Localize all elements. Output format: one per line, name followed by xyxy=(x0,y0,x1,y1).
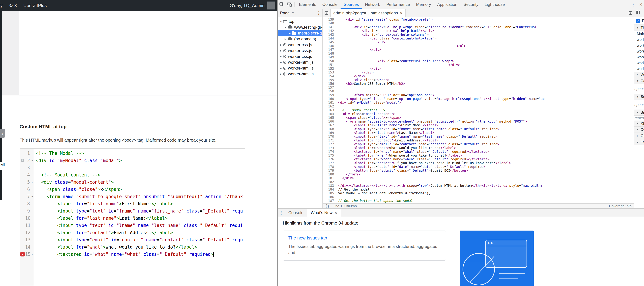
code-line[interactable]: 7▾ <form name="submit-to-google-sheet" o… xyxy=(20,193,245,200)
source-line[interactable]: 143 <div id="contextual-help-columns"> xyxy=(323,33,634,36)
line-number[interactable]: 180 xyxy=(323,172,336,176)
line-number[interactable]: 186 xyxy=(323,195,336,199)
code-line[interactable]: 9 <input type="text" id="fname" name="fi… xyxy=(20,207,245,215)
expander-icon[interactable]: ▾ xyxy=(636,79,640,83)
expander-icon[interactable]: ▸ xyxy=(279,72,283,76)
file-tree-item[interactable]: ▸worker-css.js xyxy=(278,42,322,48)
code-line[interactable]: ×15▾ <textarea id="what" name="what" cla… xyxy=(20,251,245,258)
source-line[interactable]: 186 xyxy=(323,195,634,199)
tab-sources[interactable]: Sources xyxy=(340,0,362,9)
sidebar-section-xhr-fetch-breakpoints[interactable]: ▸XHR/fetch Breakpoints xyxy=(634,120,644,127)
source-line[interactable]: 153 </div> xyxy=(323,70,634,74)
source-line[interactable]: 139 <div id="screen-meta" class="metabox… xyxy=(323,17,634,21)
sidebar-section-threads[interactable]: ▾Threads xyxy=(634,25,644,31)
line-number[interactable]: 4 xyxy=(25,171,30,179)
expander-icon[interactable]: ▾ xyxy=(283,25,288,29)
back-swipe-chevron-icon[interactable]: ‹ xyxy=(0,129,5,138)
line-number[interactable]: 185 xyxy=(323,191,336,195)
file-tree-item[interactable]: ▸worker-html.js xyxy=(278,65,322,71)
line-number[interactable]: 157 xyxy=(323,85,336,89)
line-number[interactable]: 158 xyxy=(323,89,336,93)
source-line[interactable]: 140 xyxy=(323,21,634,25)
source-line[interactable]: 146 </ul> xyxy=(323,44,634,48)
sidebar-item-main[interactable]: Main xyxy=(634,31,644,37)
sidebar-section-event-listener-breakpoints[interactable]: ▸Event Listener Breakpoints xyxy=(634,139,644,145)
code-line[interactable]: 8 <label for="first_name">First Name:</l… xyxy=(20,200,245,207)
code-line[interactable]: 10 <label for="last_name">Last Name:</la… xyxy=(20,215,245,222)
sidebar-section-breakpoints[interactable]: ▾Breakpoints xyxy=(634,109,644,116)
tab-elements[interactable]: Elements xyxy=(296,0,319,9)
line-number[interactable]: 3 xyxy=(25,164,30,171)
line-number[interactable]: 183 xyxy=(323,184,336,188)
source-line[interactable]: 161<div id="myModal" class="modal"> xyxy=(323,101,634,104)
source-line[interactable]: 142 <div id="contextual-help-back"></div… xyxy=(323,29,634,33)
source-line[interactable]: 181 </div> xyxy=(323,176,634,180)
line-number[interactable]: 164 xyxy=(323,112,336,116)
line-number[interactable]: 174 xyxy=(323,150,336,153)
source-line[interactable]: 185var modal = document.getElementById("… xyxy=(323,191,634,195)
line-number[interactable]: 1 xyxy=(25,150,30,157)
file-tree-item[interactable]: ▸theprojects-quarry xyxy=(278,30,322,36)
code-editor[interactable]: 1<!-- The Modal -->i2▾<div id="myModal" … xyxy=(20,148,245,286)
line-number[interactable]: 179 xyxy=(323,169,336,172)
line-number[interactable]: 152 xyxy=(323,67,336,70)
fold-toggle-icon[interactable]: ▾ xyxy=(30,179,34,186)
sidebar-item-worker-html-js[interactable]: worker-html.js xyxy=(634,54,644,60)
line-number[interactable]: 161 xyxy=(323,101,336,104)
expander-icon[interactable]: ▸ xyxy=(279,43,283,47)
line-number[interactable]: 165 xyxy=(323,116,336,119)
fold-toggle-icon[interactable]: ▾ xyxy=(30,157,34,164)
code-line[interactable]: 1<!-- The Modal --> xyxy=(20,150,245,157)
source-line[interactable]: 173 <label for="what">What would you lik… xyxy=(323,146,634,150)
sidebar-section-dom-breakpoints[interactable]: ▸DOM Breakpoints xyxy=(634,127,644,133)
whats-new-card[interactable]: The new Issues tab The Issues tab aggreg… xyxy=(283,231,446,261)
expander-icon[interactable]: ▾ xyxy=(636,95,640,98)
file-tree-item[interactable]: ▸worker-css.js xyxy=(278,48,322,53)
admin-bar-account[interactable]: G'day, TQ_Admin xyxy=(230,1,277,9)
sidebar-section-scope[interactable]: ▾Scope xyxy=(634,94,644,100)
line-number[interactable]: 184 xyxy=(323,188,336,191)
editor-overflow-icon[interactable] xyxy=(628,9,634,17)
admin-bar-item-updraftplus[interactable]: UpdraftPlus xyxy=(23,3,47,8)
line-number[interactable]: 143 xyxy=(323,33,336,36)
source-line[interactable]: 179 <button type="submit" class="_Defaul… xyxy=(323,169,634,172)
code-line[interactable]: 14 <label for="what">What would you like… xyxy=(20,244,245,251)
expander-icon[interactable]: ▾ xyxy=(636,111,640,114)
source-line[interactable]: 168 <input type="text" id="fname" name="… xyxy=(323,127,634,131)
sidebar-section-watch[interactable]: ▸Watch xyxy=(634,72,644,78)
sidebar-item-worker-html-js[interactable]: worker-html.js xyxy=(634,60,644,66)
line-number[interactable]: 15 xyxy=(25,251,30,258)
line-number[interactable]: 182 xyxy=(323,180,336,184)
inspect-element-icon[interactable] xyxy=(278,0,286,9)
line-number[interactable]: 145 xyxy=(323,40,336,44)
line-number[interactable]: 8 xyxy=(25,200,30,207)
show-navigator-icon[interactable] xyxy=(323,9,330,17)
sidebar-section-global-listeners[interactable]: ▸Global Listeners xyxy=(634,133,644,139)
sidebar-item-worker-css-js[interactable]: worker-css.js xyxy=(634,42,644,48)
updates-menu[interactable]: ↻ 3 xyxy=(9,3,17,8)
file-tree-item[interactable]: ▸(no domain) xyxy=(278,36,322,42)
drawer-tab-what-s-new[interactable]: What's New× xyxy=(307,209,341,217)
source-line[interactable]: 162 xyxy=(323,104,634,108)
code-line[interactable]: 12 <label for="contact">Email Address:</… xyxy=(20,229,245,236)
source-line[interactable]: 176 <textarea id="when" name="when" clas… xyxy=(323,157,634,161)
source-line[interactable]: 152 </div> xyxy=(323,67,634,70)
expander-icon[interactable]: ▸ xyxy=(288,31,292,35)
sidebar-section-call-stack[interactable]: ▾Call Stack xyxy=(634,78,644,84)
fold-toggle-icon[interactable]: ▾ xyxy=(30,193,34,200)
devtools-close-icon[interactable]: × xyxy=(638,1,643,7)
navigator-menu-icon[interactable]: ⋮ xyxy=(315,10,322,16)
source-line[interactable]: 166 <form name="submit-to-google-sheet" … xyxy=(323,119,634,123)
drawer-tab-console[interactable]: Console xyxy=(285,209,307,217)
line-number[interactable]: 150 xyxy=(323,59,336,63)
line-number[interactable]: 153 xyxy=(323,70,336,74)
tab-lighthouse[interactable]: Lighthouse xyxy=(482,0,508,9)
line-number[interactable]: 166 xyxy=(323,119,336,123)
line-number[interactable]: 6 xyxy=(25,186,30,193)
sidebar-item-worker-css-js[interactable]: worker-css.js xyxy=(634,48,644,54)
line-number[interactable]: 163 xyxy=(323,108,336,112)
expander-icon[interactable]: ▸ xyxy=(279,49,283,52)
tab-performance[interactable]: Performance xyxy=(383,0,413,9)
file-tree-item[interactable]: ▾www.testing-ground xyxy=(278,24,322,30)
line-number[interactable]: 177 xyxy=(323,161,336,165)
